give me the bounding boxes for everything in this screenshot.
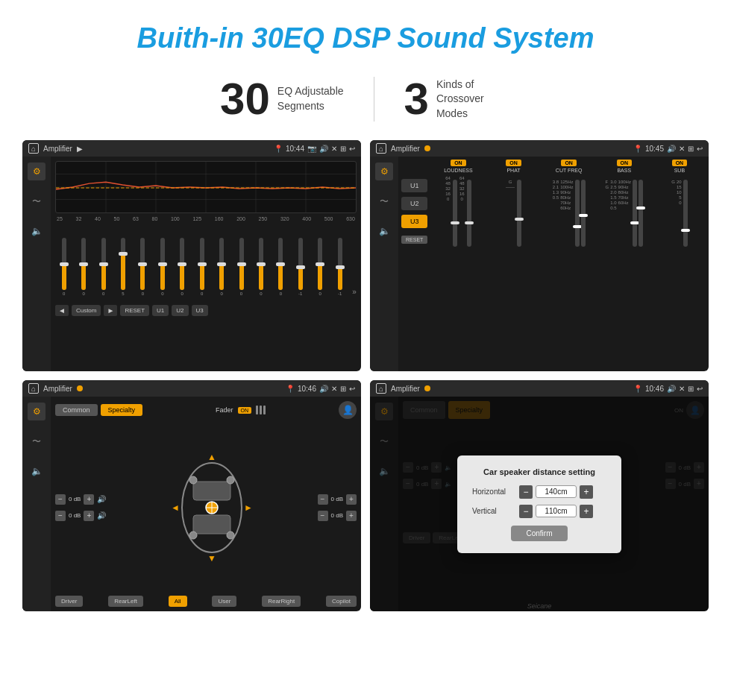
home-icon-4[interactable]: ⌂	[376, 383, 386, 394]
cutfreq-on[interactable]: ON	[561, 160, 577, 166]
vertical-minus[interactable]: −	[519, 505, 533, 518]
person-icon-3: 👤	[339, 401, 357, 419]
home-icon-2[interactable]: ⌂	[376, 143, 386, 154]
back-icon-1[interactable]: ↩	[349, 145, 355, 153]
eq-slider-7[interactable]: 0	[193, 238, 210, 296]
eq-slider-12[interactable]: -1	[292, 238, 309, 296]
bass-on[interactable]: ON	[617, 160, 633, 166]
driver-btn[interactable]: Driver	[55, 596, 83, 607]
speaker-layout: − 0 dB + 🔊 − 0 dB + 🔊	[55, 422, 357, 593]
u1-btn-1[interactable]: U1	[152, 305, 169, 316]
loudness-on[interactable]: ON	[451, 160, 466, 166]
loudness-label: LOUDNESS	[444, 168, 473, 173]
db-plus-fr[interactable]: +	[346, 494, 357, 505]
sound-icon-3: 🔊	[319, 385, 328, 393]
db-minus-rl[interactable]: −	[55, 511, 66, 521]
u2-btn-1[interactable]: U2	[172, 305, 188, 316]
window-icon-1[interactable]: ⊞	[340, 145, 346, 153]
wave-icon-1[interactable]: 〜	[28, 192, 46, 210]
speaker-icon-1[interactable]: 🔈	[28, 222, 46, 240]
eq-slider-0[interactable]: 0	[55, 238, 72, 296]
sub-label: SUB	[674, 168, 685, 173]
u1-btn-2[interactable]: U1	[401, 179, 427, 192]
sub-on[interactable]: ON	[672, 160, 688, 166]
page-title: Buith-in 30EQ DSP Sound System	[0, 0, 731, 69]
home-icon-3[interactable]: ⌂	[28, 383, 39, 394]
close-icon-4[interactable]: ✕	[679, 385, 685, 393]
db-plus-rr[interactable]: +	[346, 511, 357, 521]
reset-btn-2[interactable]: RESET	[401, 236, 427, 244]
rearleft-btn[interactable]: RearLeft	[108, 596, 143, 607]
confirm-button[interactable]: Confirm	[511, 526, 567, 541]
eq-slider-4[interactable]: 0	[134, 238, 151, 296]
db-plus-fl[interactable]: +	[84, 494, 94, 505]
eq-slider-8[interactable]: 0	[213, 238, 230, 296]
eq-slider-6[interactable]: 0	[174, 238, 191, 296]
horizontal-minus[interactable]: −	[519, 485, 533, 499]
time-4: 10:46	[645, 385, 664, 393]
all-btn[interactable]: All	[169, 596, 187, 607]
eq-slider-13[interactable]: 0	[311, 238, 328, 296]
back-icon-3[interactable]: ↩	[349, 385, 355, 393]
eq-freq-labels: 2532405063 80100125160200 25032040050063…	[55, 216, 357, 221]
next-btn[interactable]: ►	[104, 305, 117, 316]
stats-row: 30 EQ AdjustableSegments 3 Kinds ofCross…	[142, 77, 589, 122]
u3-btn-1[interactable]: U3	[192, 305, 208, 316]
reset-btn-1[interactable]: RESET	[120, 305, 149, 316]
svg-point-15	[227, 476, 234, 484]
eq-icon-3[interactable]: ⚙	[28, 403, 46, 420]
eq-slider-10[interactable]: 0	[252, 238, 269, 296]
speaker-icon-2[interactable]: 🔈	[375, 222, 393, 240]
eq-icon-2[interactable]: ⚙	[375, 163, 393, 180]
play-icon-1[interactable]: ▶	[77, 145, 83, 153]
db-minus-fl[interactable]: −	[55, 494, 66, 505]
window-icon-4[interactable]: ⊞	[688, 385, 694, 393]
u2-btn-2[interactable]: U2	[401, 197, 427, 210]
speaker-icon-3[interactable]: 🔈	[28, 462, 46, 480]
rearright-btn[interactable]: RearRight	[262, 596, 301, 607]
db-value-fl: 0 dB	[69, 496, 81, 502]
prev-btn[interactable]: ◄	[55, 305, 69, 316]
specialty-tab[interactable]: Specialty	[101, 404, 143, 416]
speaker-left-col: − 0 dB + 🔊 − 0 dB + 🔊	[55, 494, 106, 521]
db-plus-rl[interactable]: +	[84, 511, 94, 521]
db-minus-rr[interactable]: −	[318, 511, 328, 521]
fader-on-badge[interactable]: ON	[238, 407, 252, 414]
screen-crossover: ⌂ Amplifier 📍 10:45 🔊 ✕ ⊞ ↩ ⚙ 〜 🔈	[370, 140, 709, 371]
eq-slider-3[interactable]: 5	[114, 238, 131, 296]
vertical-plus[interactable]: +	[580, 505, 593, 518]
eq-slider-9[interactable]: 0	[233, 238, 250, 296]
eq-icon-1[interactable]: ⚙	[28, 163, 46, 180]
back-icon-4[interactable]: ↩	[697, 385, 703, 393]
window-icon-3[interactable]: ⊞	[340, 385, 346, 393]
eq-slider-5[interactable]: 0	[154, 238, 171, 296]
common-specialty-row: Common Specialty Fader ON 👤	[55, 401, 357, 419]
window-icon-2[interactable]: ⊞	[688, 145, 694, 153]
db-minus-fr[interactable]: −	[318, 494, 328, 505]
status-bar-left-1: ⌂ Amplifier ▶	[28, 143, 83, 154]
back-icon-2[interactable]: ↩	[697, 145, 703, 153]
wave-icon-2[interactable]: 〜	[375, 192, 393, 210]
screen4-bg: ⚙ 〜 🔈 Common Specialty ON 👤 −0 dB+🔈 −0	[370, 397, 709, 611]
close-icon-1[interactable]: ✕	[331, 145, 337, 153]
close-icon-2[interactable]: ✕	[679, 145, 685, 153]
dialog-field-vertical: Vertical − 110cm +	[472, 505, 606, 518]
screen2-content: ⚙ 〜 🔈 U1 U2 U3 RESET ON LOUD	[370, 157, 709, 371]
wave-icon-3[interactable]: 〜	[28, 432, 46, 450]
eq-slider-14[interactable]: -1	[331, 238, 348, 296]
status-bar-3: ⌂ Amplifier 📍 10:46 🔊 ✕ ⊞ ↩	[22, 380, 361, 397]
eq-slider-2[interactable]: 0	[95, 238, 112, 296]
eq-slider-1[interactable]: 0	[75, 238, 92, 296]
ch-sub: ON SUB G 20151050	[653, 160, 706, 368]
user-btn[interactable]: User	[212, 596, 236, 607]
u3-btn-2[interactable]: U3	[401, 215, 427, 228]
phat-on[interactable]: ON	[506, 160, 521, 166]
copilot-btn[interactable]: Copilot	[326, 596, 357, 607]
common-tab[interactable]: Common	[55, 404, 98, 416]
home-icon-1[interactable]: ⌂	[28, 143, 39, 154]
eq-slider-11[interactable]: 0	[272, 238, 289, 296]
ch-phat: ON PHAT G ——	[487, 160, 539, 368]
bass-label: BASS	[617, 168, 631, 173]
horizontal-plus[interactable]: +	[580, 485, 593, 499]
close-icon-3[interactable]: ✕	[331, 385, 337, 393]
